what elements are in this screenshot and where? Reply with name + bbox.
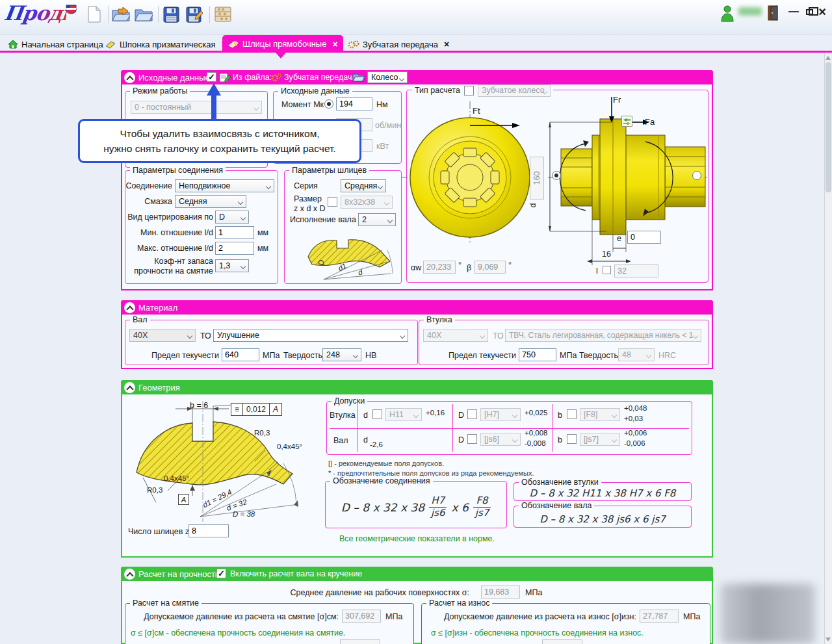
shaft-hardness-select[interactable]: 248 — [322, 348, 361, 361]
tolerance-symbol: ≡ — [231, 404, 243, 415]
scroll-up-icon[interactable] — [826, 56, 831, 60]
bushing-hardness-unit: HRC — [658, 351, 676, 360]
tooltip-line2: нужно снять галочку и сохранить текущий … — [103, 141, 335, 156]
safety-value: 1,3 — [219, 261, 230, 270]
collapse-icon[interactable] — [124, 302, 135, 313]
scrollbar-thumb[interactable] — [826, 62, 831, 192]
open-source-button[interactable] — [352, 71, 365, 83]
l-length-checkbox[interactable] — [603, 266, 611, 274]
moment-radio[interactable] — [324, 99, 333, 109]
section-geometry: Геометрия — [121, 380, 713, 558]
shaft-to-select[interactable]: Улучшение — [213, 329, 408, 342]
minimize-button[interactable]: — — [788, 5, 800, 18]
dim-r-left: R0,3 — [147, 486, 162, 494]
bushing-yield-input[interactable] — [519, 348, 556, 361]
vertical-scrollbar[interactable] — [824, 53, 832, 644]
username-blurred — [738, 7, 762, 16]
tab-close-icon[interactable]: × — [444, 39, 449, 49]
user-button[interactable] — [718, 4, 737, 23]
tol-s-b-dev1: +0,006 — [624, 429, 647, 437]
centering-select[interactable]: D — [215, 211, 249, 224]
toolbar: Проди — × — [0, 0, 832, 35]
calculator-button[interactable] — [213, 5, 233, 24]
safety-select[interactable]: 1,3 — [215, 259, 249, 272]
tab-home[interactable]: Начальная страница — [3, 36, 109, 52]
tab-label: Шпонка призматическая — [120, 40, 216, 49]
max-ld-input[interactable] — [215, 242, 254, 255]
series-select[interactable]: Средняя — [341, 179, 386, 192]
force-direction-toggle-icon[interactable] — [621, 116, 632, 127]
gear-source-icon — [271, 72, 282, 83]
tab-close-icon[interactable]: × — [332, 39, 337, 49]
frac-den: js7 — [473, 507, 491, 519]
open-file-button[interactable] — [134, 5, 153, 24]
tab-key[interactable]: Шпонка призматическая × — [99, 36, 232, 52]
direction-radio-left[interactable] — [552, 171, 561, 180]
new-file-button[interactable] — [84, 5, 104, 24]
lube-select[interactable]: Седняя — [175, 195, 246, 208]
dim-b: b = 6 — [190, 401, 208, 410]
fieldset-legend: Втулка — [424, 315, 455, 324]
shaft-grade-select[interactable]: 40X — [129, 329, 196, 342]
tol-s-b-field: [js7] — [584, 435, 599, 444]
save-as-button[interactable] — [185, 5, 204, 24]
from-file-label: Из файла: — [233, 73, 272, 82]
shaft-yield-label: Предел текучести — [151, 351, 219, 360]
fieldset-legend: Вал — [130, 315, 150, 324]
tol-b-d-checkbox[interactable] — [372, 409, 382, 419]
geometry-status: Все геометрические показатели в норме. — [121, 534, 713, 543]
tab-gear[interactable]: Зубчатая передача × — [343, 36, 454, 52]
check-glyph: ✓ — [208, 73, 215, 81]
bushing-yield-unit: МПа — [560, 351, 577, 360]
collapse-icon[interactable] — [124, 382, 135, 393]
bushing-grade-select: 40X — [423, 329, 488, 342]
tol-s-D-checkbox[interactable] — [467, 434, 477, 444]
size-checkbox[interactable] — [328, 197, 337, 207]
dim-D: D = 38 — [233, 510, 255, 518]
edit-doc-icon[interactable] — [219, 71, 231, 83]
moment-input[interactable] — [336, 97, 372, 110]
tol-b-D-checkbox[interactable] — [467, 409, 477, 419]
fieldset-designation-bushing: Обозначение втулки D – 8 x 32 H11 x 38 H… — [514, 482, 692, 501]
import-file-button[interactable] — [111, 5, 131, 24]
ft-force-label: Ft — [473, 106, 480, 116]
section-title: Геометрия — [138, 383, 180, 393]
series-label: Серия — [294, 181, 318, 190]
tol-s-b-checkbox[interactable] — [567, 434, 577, 444]
size-label-line2: z x d x D — [294, 204, 326, 213]
restore-button[interactable] — [803, 5, 815, 18]
open-folder-icon — [135, 6, 153, 22]
close-button[interactable]: × — [816, 5, 828, 18]
save-button[interactable] — [161, 5, 181, 24]
collapse-icon[interactable] — [124, 72, 135, 83]
torsion-checkbox[interactable]: ✓ — [216, 569, 226, 578]
exit-button[interactable] — [764, 3, 784, 23]
tab-label: Шлицы прямобочные — [242, 39, 326, 49]
e-offset-input[interactable] — [627, 231, 661, 244]
joint-select[interactable]: Неподвижное — [175, 179, 274, 192]
scroll-down-icon[interactable] — [826, 638, 831, 641]
tol-b-D-dev: +0,025 — [525, 409, 548, 417]
shaft-yield-input[interactable] — [222, 348, 259, 361]
tolerance-datum: A — [270, 404, 281, 415]
min-ld-input[interactable] — [215, 226, 254, 239]
tol-b-b-dev1: +0,048 — [624, 404, 647, 412]
calc-type-checkbox[interactable] — [464, 86, 474, 96]
tooltip-arrow-bar — [211, 95, 216, 121]
tol-b-b-checkbox[interactable] — [567, 409, 577, 419]
direction-radio-right[interactable] — [692, 171, 701, 180]
tab-label: Зубчатая передача — [363, 40, 438, 49]
toolbar-separator — [209, 6, 210, 23]
tab-splines-active[interactable]: Шлицы прямобочные × — [222, 35, 343, 53]
shaft-to-label: ТО — [200, 331, 211, 341]
shaft-version-select[interactable]: 2 — [358, 213, 396, 226]
link-checkbox[interactable]: ✓ — [207, 72, 216, 82]
avg-pressure-input — [481, 586, 520, 599]
fieldset-legend: Параметры шлицев — [289, 166, 369, 175]
l-length-input — [614, 264, 658, 277]
blurred-watermark — [720, 584, 815, 644]
collapse-icon[interactable] — [124, 569, 135, 580]
spline-shaft-icon — [228, 40, 239, 49]
target-select[interactable]: Колесо — [367, 71, 408, 83]
tol-b-b-dev2: +0,03 — [624, 415, 643, 422]
